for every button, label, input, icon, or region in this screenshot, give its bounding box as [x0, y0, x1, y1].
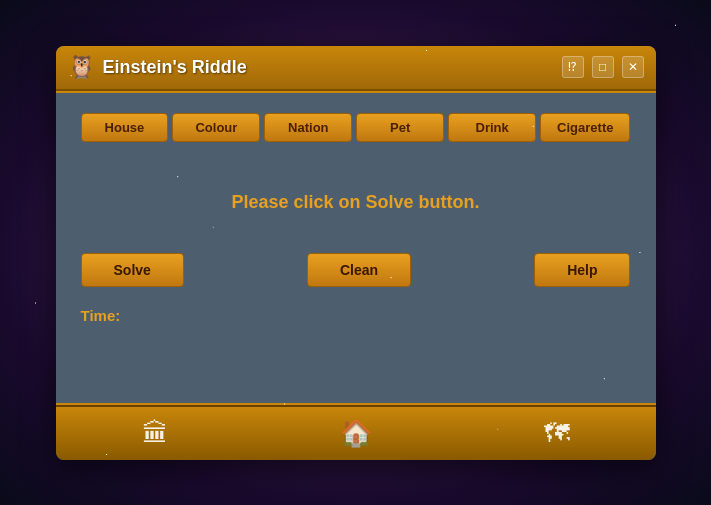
tabs-row: House Colour Nation Pet Drink Cigarette — [81, 113, 631, 142]
message-area: Please click on Solve button. — [81, 162, 631, 253]
help-button[interactable]: Help — [534, 253, 630, 287]
app-icon: 🦉 — [68, 54, 95, 80]
title-controls: ⁉ □ ✕ — [562, 56, 644, 78]
instruction-message: Please click on Solve button. — [231, 192, 479, 212]
content-area: House Colour Nation Pet Drink Cigarette … — [56, 93, 656, 403]
tab-pet[interactable]: Pet — [356, 113, 444, 142]
bank-icon[interactable]: 🏛 — [122, 410, 188, 457]
tab-colour[interactable]: Colour — [172, 113, 260, 142]
tab-cigarette[interactable]: Cigarette — [540, 113, 630, 142]
footer-bar: 🏛 🏠 🗺 — [56, 405, 656, 460]
info-button[interactable]: ⁉ — [562, 56, 584, 78]
time-row: Time: — [81, 303, 631, 329]
tab-nation[interactable]: Nation — [264, 113, 352, 142]
tab-drink[interactable]: Drink — [448, 113, 536, 142]
time-label: Time: — [81, 307, 121, 324]
minimize-button[interactable]: □ — [592, 56, 614, 78]
window-title: Einstein's Riddle — [103, 57, 247, 78]
solve-button[interactable]: Solve — [81, 253, 184, 287]
action-buttons-row: Solve Clean Help — [81, 253, 631, 287]
clean-button[interactable]: Clean — [307, 253, 411, 287]
title-bar: 🦉 Einstein's Riddle ⁉ □ ✕ — [56, 46, 656, 91]
title-left: 🦉 Einstein's Riddle — [68, 54, 247, 80]
close-button[interactable]: ✕ — [622, 56, 644, 78]
app-window: 🦉 Einstein's Riddle ⁉ □ ✕ House Colour N… — [56, 46, 656, 460]
map-icon[interactable]: 🗺 — [524, 410, 590, 457]
tab-house[interactable]: House — [81, 113, 169, 142]
home-icon[interactable]: 🏠 — [320, 410, 392, 457]
